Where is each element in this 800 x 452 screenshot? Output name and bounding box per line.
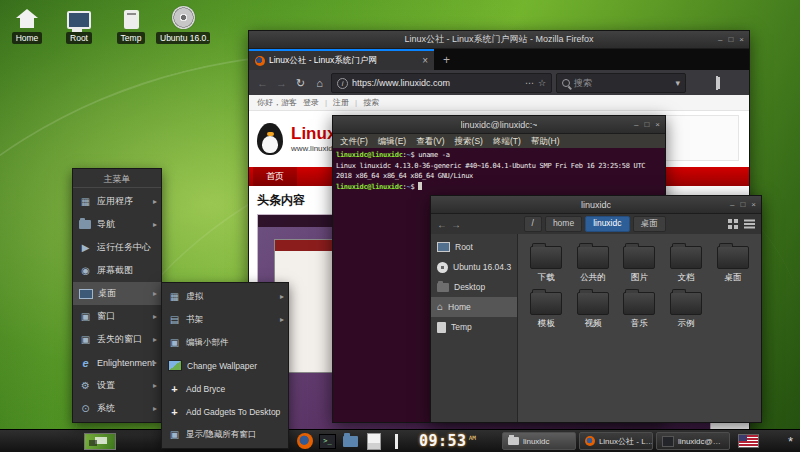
reload-button[interactable]: ↻ — [293, 77, 308, 90]
firefox-window-title: Linux公社 - Linux系统门户网站 - Mozilla Firefox — [404, 33, 593, 46]
tray-icon[interactable]: * — [788, 435, 793, 448]
menu-item-desktop[interactable]: 桌面▸ — [73, 282, 161, 305]
submenu-item-virtual[interactable]: ▦虚拟▸ — [162, 285, 288, 308]
folder-item-templates[interactable]: 模板 — [524, 292, 569, 330]
folder-item-music[interactable]: 音乐 — [617, 292, 662, 330]
breadcrumb-desktop[interactable]: 桌面 — [633, 216, 666, 231]
nav-home-link[interactable]: 首页 — [253, 167, 297, 186]
new-tab-button[interactable]: + — [434, 53, 459, 67]
ibeam-launcher-icon[interactable] — [388, 433, 405, 450]
maximize-button[interactable]: □ — [728, 36, 733, 44]
desktop-icon-temp[interactable]: Temp — [108, 5, 154, 44]
maximize-button[interactable]: □ — [644, 121, 649, 129]
tab-close-icon[interactable]: × — [422, 55, 428, 66]
task-firefox[interactable]: Linux公社 - L… — [579, 432, 653, 450]
home-button[interactable]: ⌂ — [312, 77, 327, 89]
minimize-button[interactable]: – — [730, 201, 734, 209]
submenu-item-add-bryce[interactable]: +Add Bryce — [162, 377, 288, 400]
close-button[interactable]: × — [739, 36, 744, 44]
menu-file[interactable]: 文件(F) — [340, 136, 368, 148]
menu-item-navigate[interactable]: 导航▸ — [73, 213, 161, 236]
sidebar-item-home[interactable]: ⌂ Home — [431, 297, 517, 317]
close-button[interactable]: × — [655, 121, 660, 129]
menu-search[interactable]: 搜索(S) — [455, 136, 483, 148]
bookmark-star-icon[interactable]: ☆ — [538, 78, 546, 88]
folder-item-pictures[interactable]: 图片 — [617, 246, 662, 284]
menu-item-lost-windows[interactable]: ▣丢失的窗口▸ — [73, 328, 161, 351]
menu-item-windows[interactable]: ▣窗口▸ — [73, 305, 161, 328]
sidebar-label: Home — [448, 302, 471, 312]
url-text[interactable]: https://www.linuxidc.com — [352, 78, 521, 88]
folder-label: 桌面 — [724, 272, 741, 284]
folder-icon — [577, 246, 609, 269]
folder-item-documents[interactable]: 文档 — [664, 246, 709, 284]
search-dropdown-icon[interactable]: ▾ — [675, 78, 680, 88]
register-link[interactable]: 注册 — [333, 97, 349, 108]
forward-button[interactable]: → — [451, 219, 461, 230]
menu-terminal[interactable]: 终端(T) — [493, 136, 521, 148]
submenu-item-show-hide-windows[interactable]: ▣显示/隐藏所有窗口 — [162, 423, 288, 446]
breadcrumb-home[interactable]: home — [545, 216, 582, 231]
maximize-button[interactable]: □ — [740, 201, 745, 209]
menu-edit[interactable]: 编辑(E) — [378, 136, 406, 148]
login-link[interactable]: 登录 — [303, 97, 319, 108]
search-bar[interactable]: 搜索 ▾ — [556, 73, 686, 93]
firefox-launcher-icon[interactable] — [296, 433, 313, 450]
menu-item-screenshot[interactable]: ◉屏幕截图 — [73, 259, 161, 282]
terminal-titlebar[interactable]: linuxidc@linuxidc:~ – □ × — [333, 116, 665, 134]
clock[interactable]: 09:53 AM — [419, 431, 476, 451]
desktop-icon-ubuntu-cd[interactable]: Ubuntu 16.0… — [160, 5, 206, 44]
view-toggles — [728, 222, 755, 226]
minimize-button[interactable]: – — [634, 121, 638, 129]
menu-item-enlightenment[interactable]: eEnlightenment▸ — [73, 351, 161, 374]
us-flag-keyboard-icon[interactable] — [738, 434, 759, 448]
minimize-button[interactable]: – — [718, 36, 722, 44]
breadcrumb-linuxidc[interactable]: linuxidc — [585, 216, 629, 231]
submenu-item-shelves[interactable]: ▤书架▸ — [162, 308, 288, 331]
list-view-icon[interactable] — [744, 220, 755, 222]
desktop-icon-root[interactable]: Root — [56, 5, 102, 44]
browser-tab[interactable]: Linux公社 - Linux系统门户网 × — [249, 49, 434, 70]
gadget-icon: ▣ — [168, 337, 181, 348]
firefox-titlebar[interactable]: Linux公社 - Linux系统门户网站 - Mozilla Firefox … — [249, 31, 749, 49]
url-bar[interactable]: i https://www.linuxidc.com ⋯ ☆ — [331, 73, 552, 93]
menu-view[interactable]: 查看(V) — [416, 136, 444, 148]
back-button[interactable]: ← — [255, 77, 270, 89]
desktop-icon-home[interactable]: Home — [4, 5, 50, 44]
files-launcher-icon[interactable] — [342, 433, 359, 450]
menu-help[interactable]: 帮助(H) — [531, 136, 560, 148]
fileman-titlebar[interactable]: linuxidc – □ × — [431, 196, 761, 214]
sidebar-item-temp[interactable]: Temp — [431, 317, 517, 337]
sidebar-item-root[interactable]: Root — [431, 237, 517, 257]
folder-item-downloads[interactable]: 下载 — [524, 246, 569, 284]
menu-item-run-everything[interactable]: ▶运行任务中心 — [73, 236, 161, 259]
sidebar-item-desktop[interactable]: Desktop — [431, 277, 517, 297]
task-terminal[interactable]: linuxidc@… — [656, 432, 730, 450]
forward-button[interactable]: → — [274, 77, 289, 89]
terminal-launcher-icon[interactable]: >_ — [319, 433, 336, 450]
submenu-item-change-wallpaper[interactable]: Change Wallpaper — [162, 354, 288, 377]
folder-item-videos[interactable]: 视频 — [571, 292, 616, 330]
breadcrumb-root[interactable]: / — [524, 216, 542, 231]
folder-item-desktop[interactable]: 桌面 — [710, 246, 755, 284]
desktop-pager[interactable] — [84, 433, 116, 450]
submenu-arrow-icon: ▸ — [280, 315, 284, 324]
sidebar-item-ubuntu-cd[interactable]: Ubuntu 16.04.3 — [431, 257, 517, 277]
submenu-item-gadgets[interactable]: ▣编辑小部件 — [162, 331, 288, 354]
grid-view-icon[interactable] — [728, 219, 732, 223]
sidebar-toggle-icon[interactable] — [709, 77, 724, 89]
submenu-item-add-gadgets[interactable]: +Add Gadgets To Desktop — [162, 400, 288, 423]
menu-item-system[interactable]: ⊙系统▸ — [73, 397, 161, 420]
menu-item-settings[interactable]: ⚙设置▸ — [73, 374, 161, 397]
site-info-icon[interactable]: i — [337, 78, 348, 89]
folder-item-public[interactable]: 公共的 — [571, 246, 616, 284]
menu-item-applications[interactable]: ▦应用程序▸ — [73, 190, 161, 213]
text-editor-launcher-icon[interactable] — [365, 433, 382, 450]
close-button[interactable]: × — [751, 201, 756, 209]
folder-item-examples[interactable]: 示例 — [664, 292, 709, 330]
task-fileman[interactable]: linuxidc — [502, 432, 576, 450]
back-button[interactable]: ← — [437, 219, 447, 230]
folder-icon — [508, 437, 519, 445]
page-actions-icon[interactable]: ⋯ — [525, 78, 534, 88]
site-search-link[interactable]: 搜索 — [363, 97, 379, 108]
